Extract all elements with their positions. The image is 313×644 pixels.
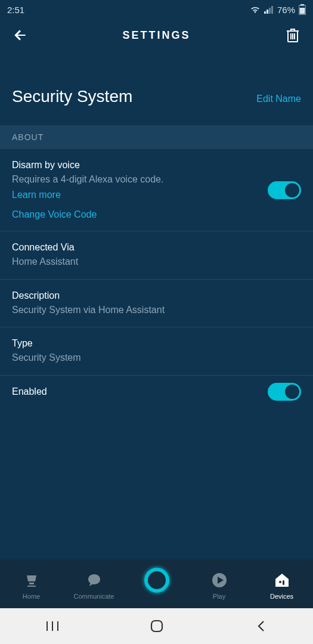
app-header: SETTINGS xyxy=(0,19,313,51)
signal-icon xyxy=(264,5,274,14)
home-icon xyxy=(23,570,40,590)
play-icon xyxy=(211,570,228,590)
status-indicators: 76% xyxy=(250,4,306,15)
trash-icon xyxy=(286,27,300,43)
wifi-icon xyxy=(250,5,261,14)
header-title: SETTINGS xyxy=(30,29,283,42)
learn-more-link[interactable]: Learn more xyxy=(12,188,61,202)
nav-label: Home xyxy=(23,593,40,600)
page-title: Security System xyxy=(12,87,132,106)
nav-label xyxy=(156,593,157,600)
nav-label: Communicate xyxy=(74,593,114,600)
disarm-sub: Requires a 4-digit Alexa voice code. Lea… xyxy=(12,173,301,201)
chevron-left-icon xyxy=(255,619,267,633)
svg-point-11 xyxy=(279,581,281,583)
disarm-label: Disarm by voice xyxy=(12,160,301,171)
connected-value: Home Assistant xyxy=(12,255,301,268)
svg-rect-2 xyxy=(269,8,271,14)
chat-icon xyxy=(86,570,103,590)
sys-home-button[interactable] xyxy=(133,615,181,637)
row-description: Description Security System via Home Ass… xyxy=(0,280,313,328)
recents-icon xyxy=(45,620,60,632)
page-title-row: Security System Edit Name xyxy=(0,51,313,125)
spacer xyxy=(0,408,313,559)
svg-rect-0 xyxy=(264,11,266,14)
svg-rect-12 xyxy=(283,580,284,585)
toggle-knob xyxy=(285,183,299,197)
battery-percent: 76% xyxy=(277,5,295,15)
description-value: Security System via Home Assistant xyxy=(12,304,301,317)
connected-label: Connected Via xyxy=(12,242,301,253)
description-label: Description xyxy=(12,290,301,301)
devices-icon xyxy=(274,570,290,590)
nav-devices[interactable]: Devices xyxy=(255,570,309,600)
sys-recents-button[interactable] xyxy=(29,615,76,637)
nav-play[interactable]: Play xyxy=(193,570,246,600)
status-time: 2:51 xyxy=(7,5,24,15)
sys-back-button[interactable] xyxy=(237,615,285,637)
section-header-about: ABOUT xyxy=(0,125,313,149)
nav-communicate[interactable]: Communicate xyxy=(67,570,121,600)
arrow-left-icon xyxy=(13,27,28,43)
enabled-toggle[interactable] xyxy=(268,383,301,401)
nav-label: Play xyxy=(213,593,225,600)
back-button[interactable] xyxy=(11,26,30,45)
bottom-nav: Home Communicate Play Devices xyxy=(0,559,313,608)
svg-rect-9 xyxy=(27,586,36,587)
disarm-toggle[interactable] xyxy=(268,181,301,199)
svg-rect-16 xyxy=(151,621,162,631)
row-enabled: Enabled xyxy=(0,376,313,408)
status-bar: 2:51 76% xyxy=(0,0,313,19)
alexa-ring-icon xyxy=(144,570,169,590)
home-square-icon xyxy=(150,619,164,633)
type-label: Type xyxy=(12,338,301,349)
type-value: Security System xyxy=(12,351,301,364)
row-connected-via: Connected Via Home Assistant xyxy=(0,231,313,280)
svg-rect-3 xyxy=(271,6,273,14)
nav-label: Devices xyxy=(270,593,293,600)
delete-button[interactable] xyxy=(283,26,302,45)
svg-rect-8 xyxy=(29,583,34,584)
nav-alexa[interactable] xyxy=(130,570,184,600)
svg-rect-1 xyxy=(266,10,268,14)
disarm-sub-text: Requires a 4-digit Alexa voice code. xyxy=(12,174,163,184)
enabled-label: Enabled xyxy=(12,386,301,397)
change-voice-code-link[interactable]: Change Voice Code xyxy=(12,209,301,220)
edit-name-link[interactable]: Edit Name xyxy=(256,94,301,104)
row-type: Type Security System xyxy=(0,327,313,376)
nav-home[interactable]: Home xyxy=(5,570,58,600)
row-disarm-by-voice: Disarm by voice Requires a 4-digit Alexa… xyxy=(0,149,313,231)
svg-rect-6 xyxy=(300,8,305,14)
system-nav-bar xyxy=(0,608,313,644)
battery-icon xyxy=(299,4,306,15)
toggle-knob xyxy=(285,385,299,399)
